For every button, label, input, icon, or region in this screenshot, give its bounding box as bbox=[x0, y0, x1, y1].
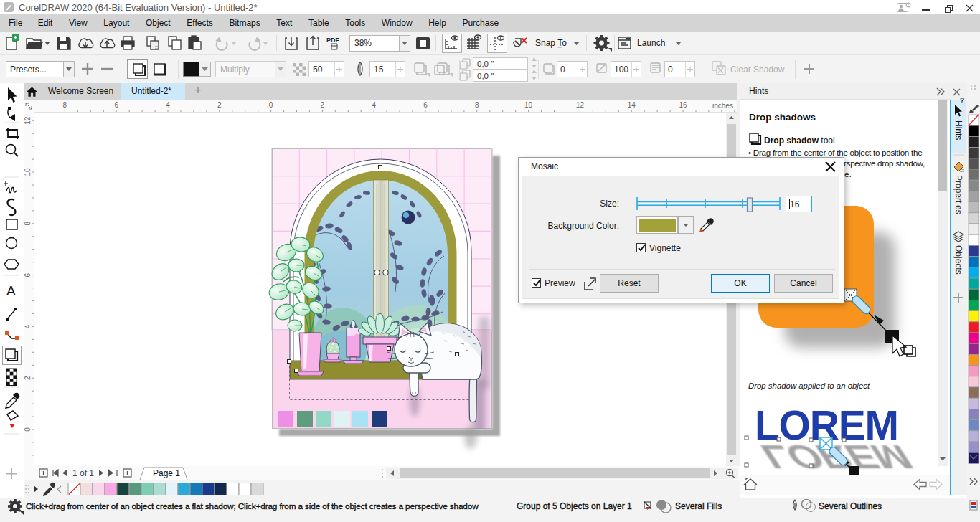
svg-text:Drop shadow applied to an obje: Drop shadow applied to an object bbox=[748, 381, 870, 390]
svg-text:Hints: Hints bbox=[953, 120, 963, 140]
svg-text:Drop shadows: Drop shadows bbox=[749, 112, 816, 123]
svg-text:Drop shadow tool: Drop shadow tool bbox=[764, 136, 835, 146]
svg-text:2: 2 bbox=[24, 376, 32, 380]
svg-text:1 of 1: 1 of 1 bbox=[72, 468, 94, 478]
svg-text:Objects: Objects bbox=[953, 245, 963, 275]
svg-text:12: 12 bbox=[576, 101, 585, 109]
svg-text:• Drag from the center of the: • Drag from the center of the object to … bbox=[748, 148, 922, 157]
svg-text:8: 8 bbox=[24, 222, 32, 226]
svg-text:rspective drop shadow,: rspective drop shadow, bbox=[844, 158, 925, 168]
svg-text:Multiply: Multiply bbox=[220, 65, 250, 75]
svg-text:0: 0 bbox=[24, 427, 32, 432]
svg-text:PDF: PDF bbox=[326, 37, 340, 44]
svg-text:6: 6 bbox=[423, 101, 428, 109]
svg-text:4: 4 bbox=[24, 324, 32, 328]
svg-text:Launch: Launch bbox=[637, 38, 665, 48]
svg-text:0: 0 bbox=[668, 65, 673, 75]
svg-text:A: A bbox=[6, 283, 16, 298]
svg-text:Snap To: Snap To bbox=[535, 38, 567, 48]
svg-text:0: 0 bbox=[269, 101, 273, 109]
svg-text:inches: inches bbox=[712, 102, 733, 110]
svg-text:4: 4 bbox=[372, 101, 376, 109]
svg-text:6: 6 bbox=[24, 272, 32, 277]
svg-text:38%: 38% bbox=[354, 38, 372, 48]
svg-text:0: 0 bbox=[560, 65, 565, 75]
svg-text:Clear Shadow: Clear Shadow bbox=[730, 65, 785, 75]
svg-text:14: 14 bbox=[628, 101, 636, 109]
svg-text:Presets...: Presets... bbox=[10, 65, 47, 75]
svg-text:Properties: Properties bbox=[953, 175, 963, 214]
svg-text:12: 12 bbox=[24, 116, 32, 125]
svg-text:15: 15 bbox=[374, 65, 384, 75]
svg-text:8: 8 bbox=[63, 101, 67, 109]
svg-text:Click+drag from center of an o: Click+drag from center of an object crea… bbox=[26, 501, 479, 511]
svg-text:50: 50 bbox=[313, 65, 323, 75]
svg-text:Several Outlines: Several Outlines bbox=[819, 501, 882, 511]
svg-text:0,0 ": 0,0 " bbox=[477, 72, 494, 80]
svg-text:?: ? bbox=[960, 97, 964, 105]
svg-text:2: 2 bbox=[321, 101, 325, 109]
svg-text:16: 16 bbox=[679, 101, 687, 109]
svg-text:e.: e. bbox=[844, 169, 852, 179]
svg-text:4: 4 bbox=[166, 101, 170, 109]
svg-text:0,0 ": 0,0 " bbox=[477, 60, 494, 68]
svg-text:2: 2 bbox=[217, 101, 222, 109]
svg-text:6: 6 bbox=[114, 101, 118, 109]
svg-text:10: 10 bbox=[24, 168, 32, 176]
svg-text:Several Fills: Several Fills bbox=[675, 501, 722, 511]
svg-text:8: 8 bbox=[475, 101, 479, 109]
svg-text:10: 10 bbox=[524, 101, 533, 109]
svg-text:100: 100 bbox=[614, 65, 628, 75]
svg-text:Page 1: Page 1 bbox=[153, 468, 180, 478]
svg-text:Group of 5 Objects on Layer 1: Group of 5 Objects on Layer 1 bbox=[517, 501, 632, 511]
